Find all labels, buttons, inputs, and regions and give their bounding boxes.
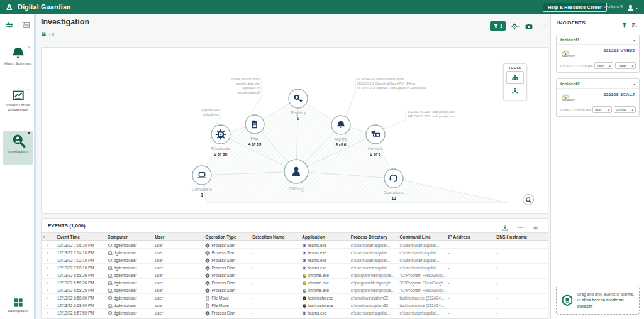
incident-card-header[interactable]: incident2 ▾ (557, 79, 639, 89)
graph-fan-region (202, 99, 508, 203)
column-header[interactable]: Computer (106, 233, 153, 240)
column-header[interactable]: Event Time ↓ (55, 233, 106, 240)
table-row[interactable]: ›12/13/22 7:02:10 PMdgdemo\useruserProce… (42, 256, 548, 264)
column-header[interactable]: Command Line (398, 233, 447, 240)
row-expander[interactable]: › (42, 241, 55, 248)
table-row[interactable]: ›12/13/22 6:58:26 PMdgdemo\useruserProce… (42, 279, 548, 286)
incident-hexagon-icon (561, 294, 574, 306)
incident-timestamp: 12/13/22 12:03:09 pm (560, 64, 592, 68)
column-header[interactable]: Operation Type (203, 233, 250, 240)
svg-text:explorer.exe: explorer.exe (202, 108, 219, 112)
computer-icon (108, 266, 113, 271)
svg-text:Processes: Processes (211, 146, 231, 151)
computer-icon (108, 296, 113, 301)
incidents-sort-icon[interactable] (631, 19, 638, 30)
expand-columns-icon[interactable] (533, 222, 539, 233)
row-expander[interactable]: › (42, 286, 55, 293)
table-row[interactable]: ›12/13/22 6:58:26 PMdgdemo\useruserProce… (42, 271, 548, 279)
more-options-button[interactable]: ⋯ (543, 23, 550, 29)
tools-label: TOOLS (506, 66, 525, 70)
sidebar-item-investigation[interactable]: Investigation (3, 131, 33, 165)
divider: | (17, 21, 19, 28)
funnel-icon (493, 20, 499, 31)
sidebar-item-label: Workspaces (3, 309, 33, 313)
incident-id-link[interactable]: 221109-3CALJ (604, 92, 635, 97)
bell-icon (11, 47, 25, 58)
status-dropdown[interactable]: Archer▾ (614, 106, 636, 113)
sidebar-item-alarm-summary[interactable]: Alarm Summary (3, 44, 33, 67)
layout-selector-button[interactable]: ▾ (511, 20, 520, 31)
zoom-button[interactable] (523, 194, 534, 205)
filter-button[interactable]: 1 (490, 21, 506, 31)
crosshair-icon (511, 23, 518, 30)
row-expander[interactable]: › (42, 249, 55, 256)
computer-icon (108, 251, 113, 256)
table-row[interactable]: ›12/13/22 6:58:00 PMdgdemo\useruserFile … (42, 294, 548, 301)
calendar-icon[interactable] (41, 28, 47, 40)
incidents-filter-icon[interactable] (621, 19, 628, 30)
svg-text:1: 1 (201, 193, 203, 197)
expand-all-icon[interactable]: › (42, 233, 55, 240)
user-menu[interactable]: ▾ (626, 2, 638, 13)
grid-view-icon[interactable] (22, 19, 30, 30)
column-header[interactable]: Application (300, 233, 349, 240)
sidebar-scrollbar[interactable] (34, 14, 36, 319)
table-row[interactable]: ›12/13/22 7:00:10 PMdgdemo\useruserProce… (42, 264, 548, 271)
column-header[interactable]: Process Directory (349, 233, 398, 240)
application-icon (302, 273, 307, 278)
column-header[interactable]: Detection Name (250, 233, 300, 240)
brand-title: Digital Guardian (18, 3, 70, 11)
incident-dropzone[interactable]: Drag and drop events or alarms, or click… (556, 286, 640, 315)
incident-card-header[interactable]: incident1 ▾ (557, 35, 639, 45)
radial-layout-button[interactable] (506, 84, 524, 97)
operation-icon (205, 243, 210, 248)
assignee-dropdown[interactable]: user▾ (592, 106, 612, 113)
assignee-dropdown[interactable]: user▾ (594, 62, 613, 69)
row-expander[interactable]: › (42, 294, 55, 301)
sidebar-item-insider-threat-assessment[interactable]: Insider Threat Assessment (3, 87, 33, 112)
graph-annotation: explorer.exeoutlook.exe (202, 107, 221, 126)
treelayout-icon (511, 73, 519, 82)
tree-layout-button[interactable] (506, 71, 524, 84)
operation-icon (205, 296, 210, 301)
export-icon[interactable] (502, 222, 508, 233)
help-resource-center-button[interactable]: Help & Resource Center (543, 3, 607, 12)
column-header[interactable]: IP Address (446, 233, 494, 240)
operation-icon (205, 258, 210, 263)
svg-text:outlook.exe: outlook.exe (203, 112, 219, 116)
user-avatar-icon (626, 2, 635, 13)
tools-panel: TOOLS (503, 63, 527, 100)
incident-name: incident1 (560, 38, 580, 42)
row-expander[interactable]: › (42, 309, 55, 316)
column-header[interactable]: DNS Hostname (494, 233, 548, 240)
investigate-icon (11, 133, 26, 148)
funnel-icon (621, 22, 628, 28)
computer-icon (108, 303, 113, 308)
sidebar-item-workspaces[interactable]: Workspaces (3, 296, 33, 313)
more-options-button[interactable]: ⋯ (518, 225, 523, 230)
calendar-icon (41, 31, 47, 37)
tune-icon (6, 21, 14, 29)
row-expander[interactable]: › (42, 271, 55, 278)
table-row[interactable]: ›12/13/22 7:06:10 PMdgdemo\useruserProce… (42, 241, 548, 249)
row-expander[interactable]: › (42, 301, 55, 308)
table-row[interactable]: ›12/13/22 6:57:59 PMdgdemo\useruserProce… (42, 309, 548, 316)
panel-toggle-icon[interactable] (6, 19, 14, 30)
row-expander[interactable]: › (42, 279, 55, 286)
incident-id-link[interactable]: 221213-VVE65 (604, 48, 635, 53)
table-row[interactable]: ›12/13/22 6:58:25 PMdgdemo\useruserProce… (42, 286, 548, 294)
snapshot-button[interactable] (525, 20, 533, 31)
create-incident-link[interactable]: click here to create an incident (577, 298, 624, 308)
svg-text:Operations: Operations (384, 190, 404, 195)
table-row[interactable]: ›12/13/22 6:58:00 PMdgdemo\useruserFile … (42, 301, 548, 309)
time-range-badge: 7 d (48, 32, 54, 36)
filter-count: 1 (500, 24, 502, 28)
table-row[interactable]: ›12/13/22 7:04:10 PMdgdemo\useruserProce… (42, 249, 548, 256)
row-expander[interactable]: › (42, 264, 55, 271)
investigation-graph[interactable]: Threat and Info.docxsample-data.xlsxregi… (42, 48, 548, 213)
column-header[interactable]: User (153, 233, 204, 240)
status-dropdown[interactable]: Creat...▾ (615, 62, 636, 69)
app-window: Δ Digital Guardian Help & Resource Cente… (0, 0, 644, 319)
row-expander[interactable]: › (42, 256, 55, 263)
computer-icon (108, 311, 113, 316)
